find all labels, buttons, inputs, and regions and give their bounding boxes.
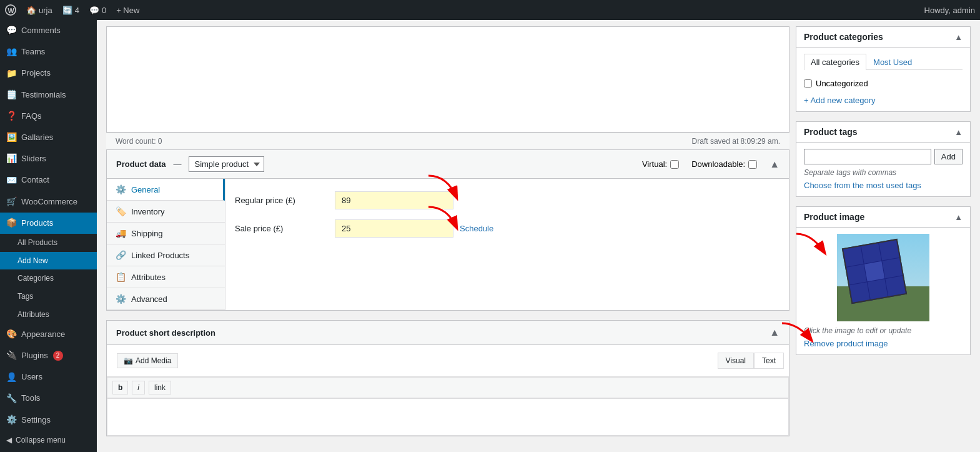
sidebar-item-add-new[interactable]: Add New (0, 252, 97, 270)
tab-inventory[interactable]: 🏷️ Inventory (107, 201, 225, 223)
product-tags-toggle[interactable]: ▲ (954, 128, 963, 137)
sidebar-item-galleries[interactable]: 🖼️ Gallaries (0, 127, 97, 148)
product-tags-title: Product tags (804, 127, 858, 137)
text-tab-btn[interactable]: Text (754, 353, 784, 369)
downloadable-check-label[interactable]: Downloadable: (691, 159, 757, 169)
sidebar-item-attributes[interactable]: Attributes (0, 306, 97, 324)
product-image-header: Product image ▲ (796, 207, 970, 228)
italic-button[interactable]: i (132, 381, 145, 394)
tags-input[interactable] (804, 149, 931, 164)
main-content-area: Word count: 0 Draft saved at 8:09:29 am.… (97, 20, 980, 452)
sidebar-item-users[interactable]: 👤 Users (0, 366, 97, 388)
inventory-tab-icon: 🏷️ (116, 206, 126, 216)
product-data-toggle[interactable]: ▲ (770, 159, 780, 170)
sidebar-item-woocommerce[interactable]: 🛒 WooCommerce (0, 191, 97, 213)
most-used-tab[interactable]: Most Used (866, 54, 919, 70)
bold-button[interactable]: b (112, 381, 128, 394)
sidebar-item-projects[interactable]: 📁 Projects (0, 63, 97, 84)
sidebar-item-settings[interactable]: ⚙️ Settings (0, 409, 97, 431)
uncategorized-checkbox[interactable] (804, 79, 812, 88)
product-data-title: Product data (116, 159, 166, 169)
virtual-check-label[interactable]: Virtual: (642, 159, 679, 169)
product-image-preview[interactable] (837, 234, 929, 321)
product-categories-box: Product categories ▲ All categories Most… (796, 26, 971, 112)
sale-price-label: Sale price (£) (235, 224, 335, 233)
plugins-badge: 2 (53, 351, 63, 361)
sidebar-item-testimonials[interactable]: 🗒️ Testimonials (0, 84, 97, 106)
product-image-hint: Click the image to edit or update (804, 326, 963, 335)
sidebar-item-categories[interactable]: Categories (0, 269, 97, 288)
sidebar-item-tags[interactable]: Tags (0, 288, 97, 306)
sale-price-input[interactable] (335, 219, 453, 238)
site-name-bar[interactable]: 🏠 urja (26, 6, 52, 15)
sidebar-item-sliders[interactable]: 📊 Sliders (0, 148, 97, 169)
product-categories-toggle[interactable]: ▲ (954, 33, 963, 42)
short-desc-title: Product short description (116, 328, 215, 338)
admin-bar: W 🏠 urja 🔄 4 💬 0 + New Howdy, admin (0, 0, 980, 20)
sidebar-item-tools[interactable]: 🔧 Tools (0, 388, 97, 409)
uncategorized-item: Uncategorized (804, 76, 963, 91)
product-data-section: Product data — Simple product Virtual: (106, 149, 789, 311)
comments-bar[interactable]: 💬 0 (89, 6, 106, 15)
sale-price-row: Sale price (£) Schedule (235, 219, 780, 238)
regular-price-input[interactable] (335, 191, 453, 209)
add-tag-button[interactable]: Add (934, 149, 963, 164)
collapse-menu-btn[interactable]: ◀ Collapse menu (0, 431, 97, 449)
product-tags-header: Product tags ▲ (796, 122, 970, 143)
short-description-section: Product short description ▲ 📷 Add Media … (106, 320, 789, 436)
sidebar-item-products[interactable]: 📦 Products (0, 213, 97, 234)
regular-price-label: Regular price (£) (235, 196, 335, 205)
product-categories-title: Product categories (804, 32, 883, 42)
sidebar-item-plugins[interactable]: 🔌 Plugins 2 (0, 345, 97, 366)
link-button[interactable]: link (149, 381, 171, 394)
tab-advanced[interactable]: ⚙️ Advanced (107, 288, 225, 310)
remove-product-image-link[interactable]: Remove product image (804, 339, 888, 348)
schedule-link[interactable]: Schedule (460, 224, 493, 233)
plugins-icon: 🔌 (6, 351, 16, 361)
word-count-text: Word count: 0 (116, 137, 162, 146)
product-image-toggle[interactable]: ▲ (954, 213, 963, 222)
sidebar-item-teams[interactable]: 👥 Teams (0, 41, 97, 63)
add-media-button[interactable]: 📷 Add Media (117, 353, 178, 368)
draft-saved-text: Draft saved at 8:09:29 am. (692, 137, 780, 146)
tags-input-row: Add (804, 149, 963, 164)
tools-icon: 🔧 (6, 394, 16, 404)
new-bar[interactable]: + New (116, 6, 139, 15)
product-type-select[interactable]: Simple product (189, 156, 264, 172)
testimonials-icon: 🗒️ (6, 90, 16, 100)
visual-tab-btn[interactable]: Visual (718, 353, 754, 369)
most-used-tags-link[interactable]: Choose from the most used tags (804, 181, 921, 190)
all-categories-tab[interactable]: All categories (804, 54, 866, 70)
regular-price-row: Regular price (£) (235, 191, 780, 209)
sidebar-item-faqs[interactable]: ❓ FAQs (0, 106, 97, 127)
sidebar-item-contact[interactable]: ✉️ Contact (0, 169, 97, 191)
product-data-header: Product data — Simple product Virtual: (107, 150, 789, 179)
galleries-icon: 🖼️ (6, 133, 16, 143)
admin-sidebar: 💬 Comments 👥 Teams 📁 Projects 🗒️ Testimo… (0, 20, 97, 452)
editor-toolbar: b i link (107, 377, 789, 398)
visual-text-tabs: Visual Text (718, 353, 784, 369)
sidebar-item-all-products[interactable]: All Products (0, 234, 97, 252)
users-icon: 👤 (6, 372, 16, 382)
tab-general[interactable]: ⚙️ General (107, 179, 225, 201)
sidebar-item-appearance[interactable]: 🎨 Appearance (0, 324, 97, 345)
sidebar-item-comments[interactable]: 💬 Comments (0, 20, 97, 41)
short-desc-toggle[interactable]: ▲ (770, 327, 780, 338)
appearance-icon: 🎨 (6, 329, 16, 339)
add-media-icon: 📷 (124, 356, 133, 365)
add-new-category-link[interactable]: + Add new category (804, 96, 963, 105)
linked-tab-icon: 🔗 (116, 250, 126, 260)
short-desc-editor[interactable] (107, 398, 789, 436)
solar-panel-graphic (842, 239, 907, 304)
downloadable-checkbox[interactable] (748, 160, 757, 169)
tab-linked-products[interactable]: 🔗 Linked Products (107, 244, 225, 266)
product-data-tabs: ⚙️ General 🏷️ Inventory 🚚 Shipping (107, 179, 225, 310)
right-sidebar: Product categories ▲ All categories Most… (789, 26, 971, 436)
updates-bar[interactable]: 🔄 4 (62, 6, 79, 15)
wp-logo[interactable]: W (5, 4, 16, 16)
tab-attributes[interactable]: 📋 Attributes (107, 266, 225, 288)
virtual-checkbox[interactable] (670, 160, 679, 169)
product-categories-body: All categories Most Used Uncategorized +… (796, 48, 970, 111)
contact-icon: ✉️ (6, 175, 16, 185)
tab-shipping[interactable]: 🚚 Shipping (107, 223, 225, 244)
